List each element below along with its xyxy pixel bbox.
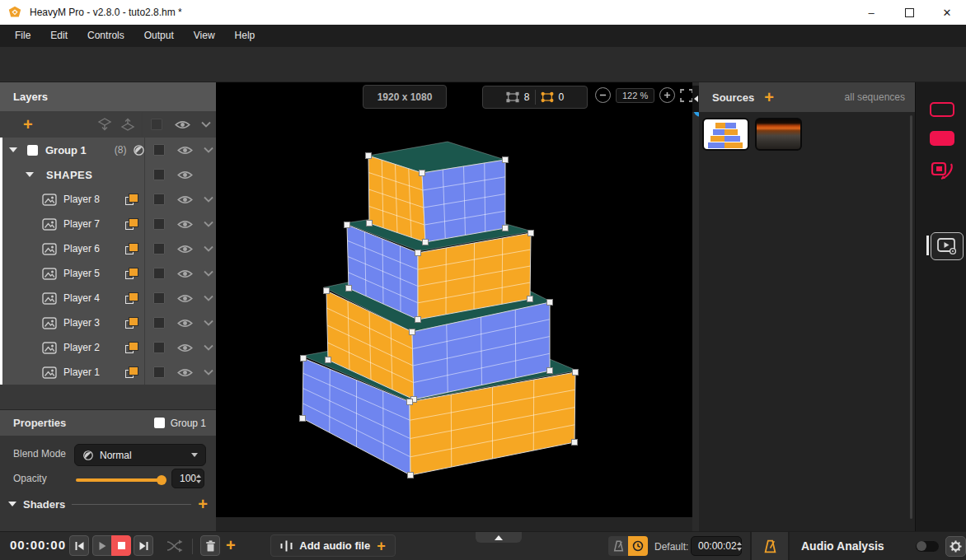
corner-handle[interactable] [366,153,372,159]
visibility-icon[interactable] [177,268,193,279]
mapping-canvas[interactable] [216,82,692,517]
sequence-color-icon[interactable] [125,317,138,329]
visibility-all-icon[interactable] [175,119,190,130]
time-mode-button[interactable] [628,536,648,556]
solo-all-checkbox[interactable] [151,119,162,130]
timeline-expand-tab[interactable] [476,532,522,543]
chevron-down-icon[interactable] [204,196,213,203]
group-expand-icon[interactable] [9,147,17,152]
zoom-in-button[interactable] [659,87,675,103]
beat-mode-button[interactable] [608,536,628,556]
add-source-button[interactable]: + [764,89,774,105]
close-button[interactable]: ✕ [928,0,966,25]
zoom-level[interactable]: 122 % [616,88,654,103]
sequence-color-icon[interactable] [125,243,138,254]
solo-checkbox[interactable] [153,366,165,378]
solo-checkbox[interactable] [153,243,165,254]
shaders-expand-icon[interactable] [8,502,16,506]
chevron-down-icon[interactable] [204,221,213,227]
sources-scrollbar[interactable] [910,115,912,519]
spin-up-icon[interactable] [737,542,742,545]
corner-handle[interactable] [415,250,421,256]
opacity-slider[interactable] [76,478,165,482]
corner-handle[interactable] [345,222,350,228]
sequence-color-icon[interactable] [125,268,138,279]
visibility-icon[interactable] [177,219,193,230]
visibility-icon[interactable] [177,293,193,304]
menu-item-edit[interactable]: Edit [40,25,77,47]
layer-row-player-8[interactable]: Player 8 [2,187,216,212]
audio-beat-section[interactable] [750,532,790,560]
corner-handle[interactable] [547,368,553,374]
group-fill-tool[interactable] [930,131,954,146]
add-layer-button[interactable]: + [23,116,33,133]
opacity-spinner[interactable]: 100 [171,469,204,488]
corner-handle[interactable] [407,399,413,405]
shapes-expand-icon[interactable] [26,172,34,177]
corner-handle[interactable] [572,440,578,446]
solo-checkbox[interactable] [153,218,165,230]
minimize-button[interactable]: – [852,0,890,25]
sources-filter[interactable]: all sequences [845,91,905,103]
corner-handle[interactable] [415,317,421,323]
corner-handle[interactable] [324,288,330,294]
layer-row-player-5[interactable]: Player 5 [2,261,216,286]
zoom-out-button[interactable] [595,87,611,103]
menu-item-help[interactable]: Help [225,25,265,47]
solo-checkbox[interactable] [153,317,165,329]
mask-tool[interactable] [930,159,954,187]
chevron-down-icon[interactable] [204,270,213,277]
solo-checkbox[interactable] [153,194,165,205]
layer-row-player-6[interactable]: Player 6 [2,236,216,261]
menu-item-output[interactable]: Output [134,25,184,47]
audio-analysis-toggle[interactable] [916,541,939,552]
corner-handle[interactable] [300,416,306,422]
visibility-icon[interactable] [177,145,193,156]
corner-handle[interactable] [420,170,425,176]
audio-analysis-settings-button[interactable] [945,536,966,557]
chevron-down-icon[interactable] [204,147,213,153]
maximize-button[interactable] [890,0,928,25]
move-layer-up-icon[interactable] [120,118,135,131]
layer-row-shapes[interactable]: SHAPES [2,162,216,187]
visibility-icon[interactable] [177,244,193,254]
spin-down-icon[interactable] [196,480,201,483]
visibility-icon[interactable] [177,194,193,205]
sequence-color-icon[interactable] [125,342,138,353]
layer-row-group-1[interactable]: Group 1(8) [2,138,216,162]
solo-checkbox[interactable] [153,268,165,279]
solo-checkbox[interactable] [153,169,165,180]
corner-handle[interactable] [408,473,414,478]
corner-handle[interactable] [410,329,415,335]
layer-row-player-2[interactable]: Player 2 [2,335,216,360]
skip-start-button[interactable] [69,535,89,556]
corner-handle[interactable] [367,221,373,226]
source-thumbnail-pyramid[interactable] [702,118,749,151]
group-color-swatch[interactable] [154,418,165,428]
solo-checkbox[interactable] [153,144,165,156]
fit-screen-icon[interactable] [680,89,693,102]
layer-row-player-4[interactable]: Player 4 [2,286,216,310]
corner-handle[interactable] [326,357,331,363]
layer-row-player-1[interactable]: Player 1 [2,360,216,385]
skip-end-button[interactable] [134,535,153,556]
delete-sequence-button[interactable] [200,535,220,556]
add-shader-button[interactable]: + [198,496,208,512]
add-sequence-button[interactable]: + [226,537,236,553]
layer-row-player-7[interactable]: Player 7 [2,212,216,236]
play-button[interactable] [92,535,112,556]
spin-down-icon[interactable] [737,548,742,551]
sequence-color-icon[interactable] [125,292,138,304]
corner-handle[interactable] [573,370,579,376]
sequence-color-icon[interactable] [125,218,138,230]
menu-item-view[interactable]: View [184,25,225,47]
move-layer-down-icon[interactable] [97,118,112,131]
chevron-down-icon[interactable] [204,320,213,326]
group-color-swatch[interactable] [27,145,38,156]
menu-item-file[interactable]: File [5,25,40,47]
visibility-icon[interactable] [177,367,193,378]
solo-checkbox[interactable] [153,292,165,304]
layer-row-player-3[interactable]: Player 3 [2,310,216,335]
preview-output-button[interactable] [931,232,964,260]
visibility-icon[interactable] [177,343,193,353]
